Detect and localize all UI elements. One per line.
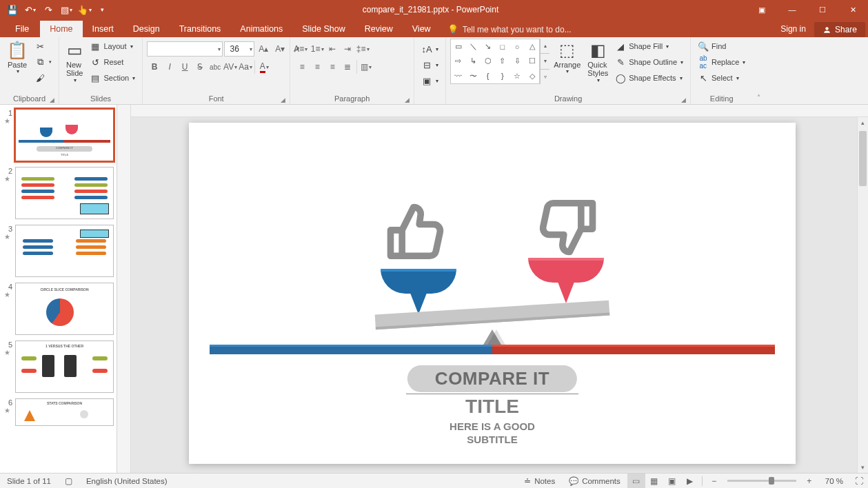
normal-view-button[interactable]: ▭ <box>627 474 645 489</box>
notes-button[interactable]: ≐Notes <box>517 474 562 488</box>
change-case-button[interactable]: Aa▾ <box>238 59 253 74</box>
slide-thumb-2[interactable] <box>15 167 114 219</box>
tab-animations[interactable]: Animations <box>230 21 292 37</box>
shape-effects-button[interactable]: ◯Shape Effects▾ <box>612 70 686 85</box>
minimize-button[interactable]: — <box>777 0 807 19</box>
tab-home[interactable]: Home <box>40 21 82 37</box>
slide-counter[interactable]: Slide 1 of 11 <box>0 474 58 488</box>
dialog-launcher-icon[interactable]: ◢ <box>50 96 54 103</box>
tab-transitions[interactable]: Transitions <box>170 21 231 37</box>
dialog-launcher-icon[interactable]: ◢ <box>405 96 410 103</box>
slideshow-view-button[interactable]: ▶ <box>681 474 699 489</box>
zoom-in-button[interactable]: + <box>800 474 818 489</box>
dialog-launcher-icon[interactable]: ◢ <box>681 96 686 103</box>
layout-button[interactable]: ▦Layout▾ <box>87 39 138 54</box>
justify-button[interactable]: ≣ <box>340 59 355 74</box>
gallery-scroll[interactable]: ▴▾▿ <box>540 39 549 84</box>
start-from-beginning-button[interactable]: ▧▾ <box>58 1 74 18</box>
line-spacing-button[interactable]: ‡≡▾ <box>355 41 370 57</box>
increase-font-icon[interactable]: A▴ <box>256 41 271 57</box>
character-spacing-button[interactable]: AV▾ <box>223 59 238 74</box>
copy-button[interactable]: ⧉▾ <box>32 54 54 70</box>
align-right-button[interactable]: ≡ <box>325 59 340 74</box>
share-button[interactable]: Share <box>814 22 865 37</box>
paste-button[interactable]: 📋Paste▾ <box>4 39 30 77</box>
slide-canvas-area[interactable]: ▴ ▾ COMPARE IT TITLE HERE IS A GO <box>131 105 868 473</box>
spell-check-icon[interactable]: ▢ <box>58 474 79 488</box>
slide-thumb-1[interactable]: COMPARE IT TITLE <box>15 109 114 161</box>
arrange-button[interactable]: ⬚Arrange▾ <box>551 39 583 77</box>
replace-button[interactable]: abacReplace▾ <box>695 54 748 70</box>
comments-button[interactable]: 💬Comments <box>562 474 627 488</box>
zoom-slider-knob[interactable] <box>769 477 774 485</box>
sign-in-link[interactable]: Sign in <box>772 21 814 37</box>
reset-button[interactable]: ↺Reset <box>87 54 138 70</box>
scroll-down-icon[interactable]: ▾ <box>858 462 868 473</box>
slide-sorter-view-button[interactable]: ▦ <box>645 474 663 489</box>
undo-button[interactable]: ↶▾ <box>22 1 39 18</box>
tab-file[interactable]: File <box>4 21 40 37</box>
reading-view-button[interactable]: ▣ <box>663 474 681 489</box>
increase-indent-button[interactable]: ⇥ <box>340 41 355 57</box>
tell-me-search[interactable]: 💡Tell me what you want to do... <box>441 21 578 37</box>
font-color-button[interactable]: A▾ <box>256 59 272 74</box>
scroll-up-icon[interactable]: ▴ <box>858 117 868 128</box>
section-button[interactable]: ▤Section▾ <box>87 70 138 85</box>
bullets-button[interactable]: •≡▾ <box>294 41 310 57</box>
zoom-level[interactable]: 70 % <box>818 474 850 488</box>
fit-to-window-button[interactable]: ⛶ <box>850 474 868 489</box>
select-button[interactable]: ↖Select▾ <box>695 70 748 85</box>
shadow-button[interactable]: abc <box>208 59 223 74</box>
convert-smartart-button[interactable]: ▣▾ <box>418 73 441 88</box>
new-slide-button[interactable]: ▭New Slide▾ <box>63 39 85 85</box>
slide-title[interactable]: TITLE <box>189 396 796 418</box>
slide-thumb-5[interactable]: 1 VERSUS THE OTHER <box>15 340 114 393</box>
strikethrough-button[interactable]: S̶ <box>192 59 208 74</box>
collapse-ribbon-icon[interactable]: ˄ <box>752 37 765 104</box>
tab-slideshow[interactable]: Slide Show <box>292 21 355 37</box>
text-direction-button[interactable]: ↕A▾ <box>418 41 441 57</box>
scrollbar-thumb[interactable] <box>859 131 867 186</box>
font-family-combo[interactable]: ▾ <box>147 41 223 57</box>
language-status[interactable]: English (United States) <box>79 474 174 488</box>
quick-styles-button[interactable]: ◧Quick Styles▾ <box>585 39 611 85</box>
shapes-gallery[interactable]: ▭＼↘□○△ ⇨↳⬡⇧⇩☐ 〰〜{}☆◇ <box>450 39 540 84</box>
shape-outline-button[interactable]: ✎Shape Outline▾ <box>612 54 686 70</box>
dialog-launcher-icon[interactable]: ◢ <box>281 96 285 103</box>
vertical-scrollbar[interactable]: ▴ ▾ <box>857 117 868 473</box>
ribbon-display-options-icon[interactable]: ▣ <box>747 0 777 19</box>
cut-button[interactable]: ✂ <box>32 39 54 54</box>
align-text-button[interactable]: ⊟▾ <box>418 57 441 72</box>
tab-design[interactable]: Design <box>123 21 170 37</box>
qat-customize-icon[interactable]: ▾ <box>94 1 110 18</box>
bold-button[interactable]: B <box>147 59 162 74</box>
italic-button[interactable]: I <box>162 59 177 74</box>
font-size-combo[interactable]: 36▾ <box>224 41 254 57</box>
find-button[interactable]: 🔍Find <box>695 39 748 54</box>
zoom-out-button[interactable]: − <box>705 474 723 489</box>
tab-review[interactable]: Review <box>355 21 403 37</box>
slide-panel[interactable]: 1★ COMPARE IT TITLE 2★ <box>0 105 117 473</box>
redo-button[interactable]: ↷ <box>40 1 57 18</box>
align-left-button[interactable]: ≡ <box>294 59 310 74</box>
zoom-slider[interactable] <box>727 480 796 482</box>
maximize-button[interactable]: ☐ <box>807 0 838 19</box>
numbering-button[interactable]: 1≡▾ <box>310 41 325 57</box>
columns-button[interactable]: ▥▾ <box>359 59 374 74</box>
decrease-font-icon[interactable]: A▾ <box>272 41 287 57</box>
close-button[interactable]: ✕ <box>838 0 868 19</box>
align-center-button[interactable]: ≡ <box>310 59 325 74</box>
shape-fill-button[interactable]: ◢Shape Fill▾ <box>612 39 686 54</box>
tab-insert[interactable]: Insert <box>83 21 123 37</box>
slide-subtitle[interactable]: HERE IS A GOODSUBTITLE <box>189 420 796 447</box>
slide-canvas[interactable]: COMPARE IT TITLE HERE IS A GOODSUBTITLE <box>189 123 796 464</box>
save-icon[interactable]: 💾 <box>4 1 21 18</box>
slide-thumb-4[interactable]: CIRCLE SLICE COMPARISON <box>15 283 114 335</box>
underline-button[interactable]: U <box>177 59 192 74</box>
decrease-indent-button[interactable]: ⇤ <box>325 41 340 57</box>
slide-thumb-6[interactable]: STATS COMPARISON <box>15 398 114 426</box>
format-painter-button[interactable]: 🖌 <box>32 70 54 85</box>
slide-thumb-3[interactable] <box>15 225 114 277</box>
touch-mode-button[interactable]: 👆▾ <box>76 1 92 18</box>
tab-view[interactable]: View <box>403 21 441 37</box>
